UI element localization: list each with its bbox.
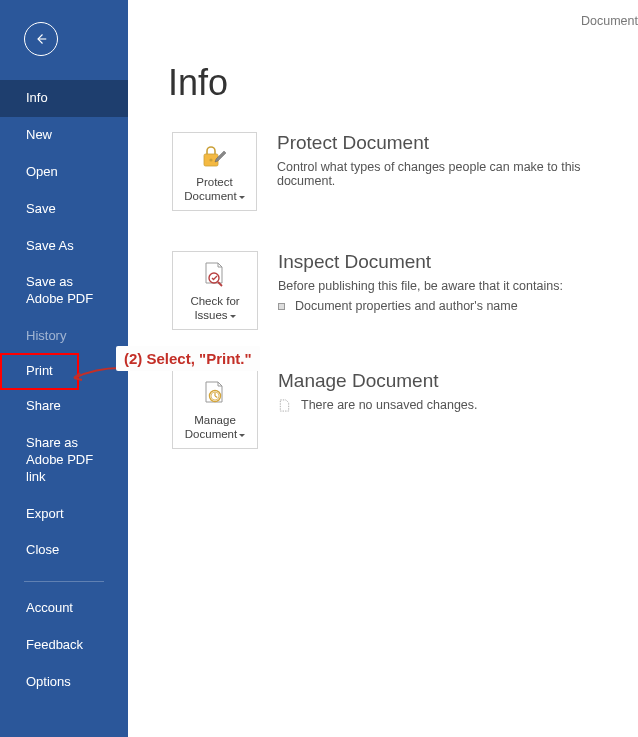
nav-info[interactable]: Info — [0, 80, 128, 117]
nav-save-as[interactable]: Save As — [0, 228, 128, 265]
protect-section: Protect Document Protect Document Contro… — [172, 132, 638, 211]
back-button[interactable] — [24, 22, 58, 56]
protect-title: Protect Document — [277, 132, 638, 154]
nav-close[interactable]: Close — [0, 532, 128, 569]
inspect-title: Inspect Document — [278, 251, 563, 273]
arrow-left-icon — [32, 30, 50, 48]
nav-divider — [24, 581, 104, 582]
nav-new[interactable]: New — [0, 117, 128, 154]
nav-save[interactable]: Save — [0, 191, 128, 228]
nav-history: History — [0, 318, 128, 355]
square-bullet-icon — [278, 303, 285, 310]
check-issues-label: Check for Issues — [173, 295, 257, 323]
document-magnifier-icon — [200, 259, 230, 291]
manage-section: Manage Document Manage Document There ar… — [172, 370, 638, 449]
nav-list: Info New Open Save Save As Save as Adobe… — [0, 80, 128, 701]
annotation-callout: (2) Select, "Print." — [116, 346, 260, 371]
inspect-section: Check for Issues Inspect Document Before… — [172, 251, 638, 330]
check-issues-tile[interactable]: Check for Issues — [172, 251, 258, 330]
inspect-bullet: Document properties and author's name — [278, 299, 563, 313]
protect-desc: Control what types of changes people can… — [277, 160, 638, 188]
unsaved-icon — [278, 399, 291, 412]
document-title: Document — [581, 14, 638, 28]
protect-document-tile[interactable]: Protect Document — [172, 132, 257, 211]
document-restore-icon — [200, 378, 230, 410]
nav-options[interactable]: Options — [0, 664, 128, 701]
nav-share-adobe-link[interactable]: Share as Adobe PDF link — [0, 425, 128, 496]
manage-document-tile[interactable]: Manage Document — [172, 370, 258, 449]
nav-save-adobe-pdf[interactable]: Save as Adobe PDF — [0, 264, 128, 318]
manage-row: There are no unsaved changes. — [278, 398, 478, 412]
manage-tile-label: Manage Document — [173, 414, 257, 442]
lock-key-icon — [199, 140, 229, 172]
nav-export[interactable]: Export — [0, 496, 128, 533]
nav-account[interactable]: Account — [0, 590, 128, 627]
nav-share[interactable]: Share — [0, 388, 128, 425]
backstage-sidebar: Info New Open Save Save As Save as Adobe… — [0, 0, 128, 737]
nav-open[interactable]: Open — [0, 154, 128, 191]
page-title: Info — [168, 62, 638, 104]
inspect-desc: Before publishing this file, be aware th… — [278, 279, 563, 293]
svg-point-2 — [210, 158, 213, 161]
nav-print[interactable]: Print — [0, 353, 79, 390]
manage-title: Manage Document — [278, 370, 478, 392]
protect-tile-label: Protect Document — [173, 176, 256, 204]
nav-feedback[interactable]: Feedback — [0, 627, 128, 664]
